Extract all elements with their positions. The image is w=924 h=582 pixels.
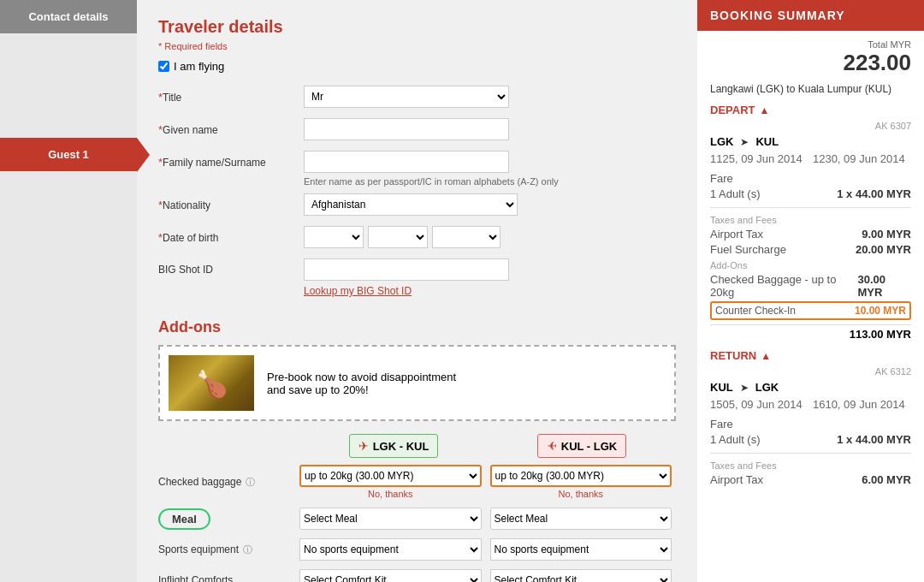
summary-content: Total MYR 223.00 Langkawi (LGK) to Kuala…	[697, 31, 924, 497]
depart-route-arrow: ➤	[740, 136, 749, 148]
nationality-select[interactable]: Afghanistan	[304, 193, 518, 216]
sports-info-icon[interactable]: ⓘ	[243, 543, 252, 556]
baggage-summary-label: Checked Baggage - up to 20kg	[710, 273, 857, 299]
route-label: Langkawi (LGK) to Kuala Lumpur (KUL)	[710, 83, 911, 95]
nationality-label: *Nationality	[158, 199, 304, 211]
baggage-kul-cell: up to 20kg (30.00 MYR) No, thanks No, th…	[486, 465, 677, 499]
page-title: Traveler details	[158, 17, 676, 37]
depart-subtotal-value: 113.00 MYR	[850, 328, 911, 341]
comforts-kul-select[interactable]: Select Comfort Kit	[490, 569, 672, 582]
return-time: 1505, 09 Jun 2014	[710, 398, 803, 411]
depart-arrow-icon: ▲	[759, 104, 769, 116]
title-select[interactable]: MrMrsMsDr	[304, 86, 509, 108]
return-fare-label: Fare	[710, 418, 733, 431]
return-taxes-label: Taxes and Fees	[710, 460, 911, 471]
comforts-lgk-select[interactable]: Select Comfort Kit	[299, 569, 482, 582]
return-arrow-icon: ▲	[761, 350, 771, 362]
dob-month-select[interactable]	[368, 226, 428, 248]
addons-summary-label: Add-Ons	[710, 260, 911, 270]
addons-title: Add-ons	[158, 318, 676, 336]
meal-kul-cell: Select Meal	[486, 508, 677, 530]
dob-year-select[interactable]	[432, 226, 500, 248]
depart-from-code: LGK	[710, 135, 733, 148]
sports-kul-cell: No sports equipment	[486, 538, 677, 561]
counter-checkin-value: 10.00 MYR	[855, 305, 906, 317]
kul-lgk-label: KUL - LGK	[561, 440, 617, 453]
baggage-summary-value: 30.00 MYR	[857, 273, 911, 299]
depart-time-row: 1125, 09 Jun 2014 1230, 09 Jun 2014	[710, 152, 911, 165]
lgk-kul-header: ✈ LGK - KUL	[349, 434, 439, 458]
depart-adult-label: 1 Adult (s)	[710, 187, 761, 200]
lookup-link[interactable]: Lookup my BIG Shot ID	[304, 285, 676, 297]
family-name-input[interactable]	[304, 151, 509, 173]
comforts-label: Inflight Comforts	[158, 574, 233, 582]
baggage-label: Checked baggage	[158, 476, 241, 488]
sports-lgk-select[interactable]: No sports equipment	[299, 538, 482, 561]
depart-flight-num: AK 6307	[710, 121, 911, 131]
promo-highlight: and save up to 20%!	[267, 383, 369, 396]
comforts-row: Inflight Comforts Select Comfort Kit Sel…	[158, 569, 676, 582]
return-airport-tax-value: 6.00 MYR	[862, 473, 911, 486]
return-fare-value: 1 x 44.00 MYR	[837, 433, 911, 446]
baggage-kul-nothanks: No, thanks	[490, 489, 672, 499]
flying-label: I am flying	[174, 60, 224, 73]
comforts-kul-cell: Select Comfort Kit	[486, 569, 677, 582]
return-time-row: 1505, 09 Jun 2014 1610, 09 Jun 2014	[710, 398, 911, 411]
depart-subtotal-row: 113.00 MYR	[710, 324, 911, 341]
required-note: * Required fields	[158, 41, 676, 51]
total-amount: 223.00	[710, 50, 911, 76]
meal-row: Meal Select Meal Select Meal	[158, 508, 676, 530]
return-section-title: RETURN ▲	[710, 349, 911, 362]
depart-plane-icon: ✈	[358, 439, 369, 453]
depart-section-title: DEPART ▲	[710, 104, 911, 116]
baggage-kul-select[interactable]: up to 20kg (30.00 MYR) No, thanks	[490, 465, 672, 487]
meal-lgk-select[interactable]: Select Meal	[299, 508, 482, 530]
sports-kul-select[interactable]: No sports equipment	[490, 538, 672, 561]
family-name-label: *Family name/Surname	[158, 156, 304, 169]
baggage-info-icon[interactable]: ⓘ	[246, 476, 255, 489]
sidebar-item-guest[interactable]: Guest 1	[0, 138, 137, 171]
promo-banner: Pre-book now to avoid disappointment and…	[158, 345, 676, 421]
main-content: Traveler details * Required fields I am …	[137, 0, 697, 582]
title-field-label: *Title	[158, 91, 304, 104]
promo-text: Pre-book now to avoid disappointment and…	[267, 371, 456, 396]
meal-label: Meal	[158, 508, 210, 530]
name-hint: Enter name as per passport/IC in roman a…	[304, 176, 676, 187]
depart-to-code: KUL	[755, 135, 779, 148]
baggage-lgk-select[interactable]: up to 20kg (30.00 MYR) No, thanks	[299, 465, 482, 487]
return-to-code: LGK	[755, 381, 779, 394]
depart-arrive-time: 1230, 09 Jun 2014	[813, 152, 905, 165]
flying-checkbox[interactable]	[158, 61, 169, 72]
booking-summary: BOOKING SUMMARY Total MYR 223.00 Langkaw…	[697, 0, 924, 582]
fuel-surcharge-label: Fuel Surcharge	[710, 243, 786, 256]
dob-label: *Date of birth	[158, 231, 304, 244]
return-plane-icon: ✈	[547, 439, 557, 453]
sports-label: Sports equipment	[158, 543, 239, 555]
return-airport-tax-label: Airport Tax	[710, 473, 763, 486]
return-route-arrow: ➤	[740, 382, 749, 394]
big-shot-label: BIG Shot ID	[158, 264, 304, 276]
airport-tax-label: Airport Tax	[710, 228, 763, 241]
return-arrive-time: 1610, 09 Jun 2014	[813, 398, 905, 411]
promo-image	[169, 355, 254, 411]
meal-lgk-cell: Select Meal	[295, 508, 486, 530]
big-shot-input[interactable]	[304, 258, 509, 281]
comforts-lgk-cell: Select Comfort Kit	[295, 569, 486, 582]
return-from-code: KUL	[710, 381, 733, 394]
meal-kul-select[interactable]: Select Meal	[490, 508, 672, 530]
return-flight-num: AK 6312	[710, 366, 911, 377]
baggage-lgk-nothanks: No, thanks	[299, 489, 482, 499]
dob-day-select[interactable]	[304, 226, 364, 248]
lgk-kul-label: LGK - KUL	[373, 440, 429, 453]
airport-tax-value: 9.00 MYR	[862, 228, 911, 241]
baggage-lgk-cell: up to 20kg (30.00 MYR) No, thanks No, th…	[295, 465, 486, 499]
depart-fare-label: Fare	[710, 172, 733, 185]
given-name-input[interactable]	[304, 118, 509, 140]
taxes-label: Taxes and Fees	[710, 215, 911, 225]
sports-row: Sports equipment ⓘ No sports equipment N…	[158, 538, 676, 561]
given-name-label: *Given name	[158, 123, 304, 136]
fuel-surcharge-value: 20.00 MYR	[856, 243, 911, 256]
baggage-row: Checked baggage ⓘ up to 20kg (30.00 MYR)…	[158, 465, 676, 499]
kul-lgk-header: ✈ KUL - LGK	[537, 434, 626, 458]
sidebar-item-contact[interactable]: Contact details	[0, 0, 137, 33]
